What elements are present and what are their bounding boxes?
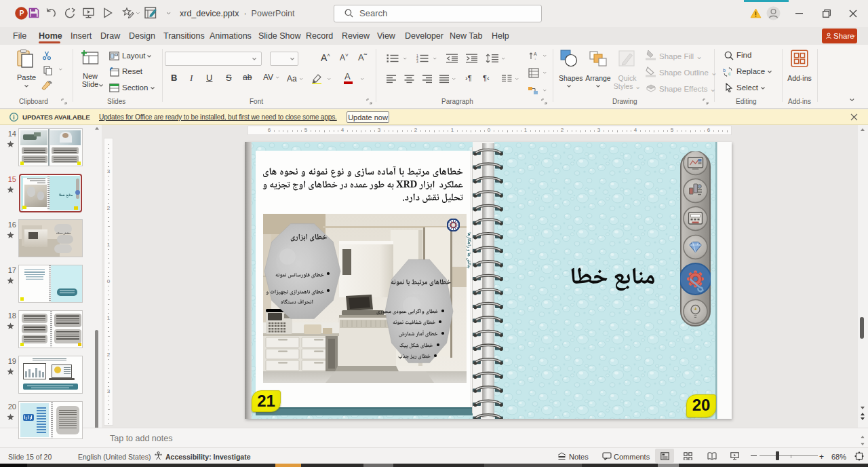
svg-text:↓: ↓ [534, 56, 536, 60]
svg-text:P: P [20, 10, 24, 17]
svg-text:A: A [534, 52, 537, 56]
svg-text:c: c [728, 71, 731, 76]
svg-text:3: 3 [416, 60, 418, 64]
svg-text:b: b [723, 68, 726, 73]
